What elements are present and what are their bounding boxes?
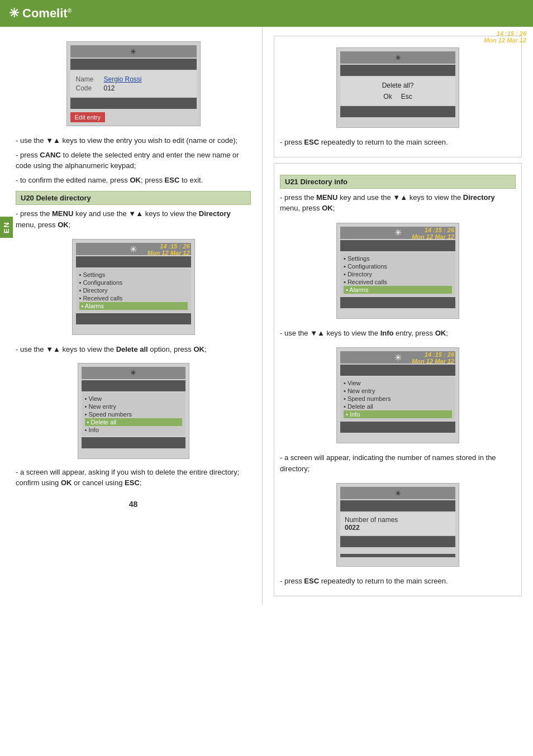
info-pad-2 [340, 557, 455, 563]
logo-icon: ✳ [9, 6, 19, 21]
edit-screen-dark-bar-2 [70, 98, 197, 109]
esc-button[interactable]: Esc [401, 93, 412, 101]
page-number: 48 [16, 500, 251, 509]
u21-section: U21 Directory info - press the MENU key … [274, 163, 522, 596]
u21-sub-date: Mon 12 Mar 12 [412, 358, 454, 365]
u21-bottom-pad [340, 308, 455, 315]
u21-submenu-wrapper: ✳ 14 :15 : 26 Mon 12 Mar 12 • View • New… [280, 342, 516, 449]
u21-star: ✳ [394, 227, 402, 238]
u20-instruction-2: - use the ▼▲ keys to view the Delete all… [16, 344, 251, 355]
code-label: Code [76, 84, 98, 92]
u20-menu-item-received: • Received calls [79, 294, 188, 302]
u21-sub-menu: • View • New entry • Speed numbers • Del… [340, 377, 455, 420]
info-star: ✳ [395, 489, 401, 497]
delete-dialog-dark-1 [340, 65, 455, 76]
edit-entry-button[interactable]: Edit entry [70, 110, 197, 122]
u21-menu: • Settings • Configurations • Directory … [340, 252, 455, 296]
name-value: Sergio Rossi [104, 75, 142, 83]
info-dark-2 [340, 536, 455, 547]
u20-menu-screen-wrapper: ✳ 14 :15 : 26 Mon 12 Mar 12 • Settings •… [16, 233, 251, 341]
u20-menu-item-configurations: • Configurations [79, 279, 188, 286]
side-tab: EN [0, 217, 13, 238]
star-icon: ✳ [130, 47, 136, 56]
main-content: EN ✳ Name Sergio Rossi Code 012 [0, 27, 533, 605]
u20-dark-bar-1 [76, 256, 191, 267]
u21-dark-bar-2 [340, 297, 455, 308]
u21-sub-info: • Info [344, 410, 452, 418]
u20-submenu-dark-1 [82, 380, 185, 391]
u20-submenu-menu: • View • New entry • Speed numbers • Del… [82, 393, 185, 436]
edit-screen-dark-bar-1 [70, 59, 197, 70]
delete-dialog-screen: ✳ Delete all? Ok Esc [336, 47, 459, 128]
u21-dark-bar-1 [340, 240, 455, 251]
u21-sub-star: ✳ [394, 352, 402, 363]
info-screen: ✳ 14 :15 : 26 Mon 12 Mar 12 Number of na… [336, 483, 459, 567]
info-number-value: 0022 [345, 524, 451, 532]
u21-menu-screen-wrapper: ✳ 14 :15 : 26 Mon 12 Mar 12 • Settings •… [280, 217, 516, 324]
u21-sub-pad [340, 433, 455, 439]
u21-sub-speed: • Speed numbers [344, 395, 452, 403]
instruction-3: - to confirm the edited name, press OK; … [16, 175, 251, 186]
u21-instruction-3: - a screen will appear, indicating the n… [280, 452, 516, 474]
u20-menu-top-bar: ✳ 14 :15 : 26 Mon 12 Mar 12 [76, 243, 191, 255]
u21-date: Mon 12 Mar 12 [412, 233, 454, 240]
u21-sub-view: • View [344, 379, 452, 387]
logo: ✳ Comelit® [9, 6, 72, 21]
u20-instruction-3: - a screen will appear, asking if you wi… [16, 467, 251, 489]
name-label: Name [76, 75, 98, 83]
delete-dialog-pad [340, 118, 455, 124]
u20-dark-bar-2 [76, 313, 191, 324]
u20-sub-info: • Info [85, 426, 182, 434]
u20-bottom-pad [76, 324, 191, 331]
u21-instruction-2: - use the ▼▲ keys to view the Info entry… [280, 328, 516, 339]
u20-time: 14 :15 : 26 [160, 243, 189, 250]
u21-received: • Received calls [344, 278, 452, 286]
edit-screen-wrapper: ✳ Name Sergio Rossi Code 012 Edit entry [16, 36, 251, 132]
delete-dialog-buttons: Ok Esc [349, 93, 446, 101]
u20-sub-view: • View [85, 395, 182, 403]
u20-submenu-dark-2 [82, 437, 185, 448]
logo-label: Comelit® [22, 6, 72, 21]
info-date: Mon 12 Mar 12 [484, 37, 526, 44]
u20-menu-item-alarms: • Alarms [79, 302, 188, 310]
u21-directory: • Directory [344, 270, 452, 278]
u21-settings: • Settings [344, 255, 452, 262]
code-row: Code 012 [76, 84, 191, 92]
u20-instruction-1: - press the MENU key and use the ▼▲ keys… [16, 208, 251, 230]
u21-sub-time: 14 :15 : 26 [425, 351, 454, 358]
u21-section-header: U21 Directory info [280, 175, 516, 189]
u21-time: 14 :15 : 26 [425, 227, 454, 233]
right-column: ✳ Delete all? Ok Esc - press ESC repeate… [263, 27, 533, 605]
instruction-2: - press CANC to delete the selected entr… [16, 150, 251, 171]
code-value: 012 [104, 84, 115, 92]
u21-sub-dark-1 [340, 365, 455, 376]
delete-dialog-star: ✳ [395, 54, 401, 62]
u20-sub-new: • New entry [85, 403, 182, 410]
u20-submenu-screen: ✳ • View • New entry • Speed numbers • D… [78, 363, 189, 459]
ok-button[interactable]: Ok [383, 93, 392, 101]
u21-menu-screen: ✳ 14 :15 : 26 Mon 12 Mar 12 • Settings •… [336, 223, 459, 319]
u21-menu-top-bar: ✳ 14 :15 : 26 Mon 12 Mar 12 [340, 227, 455, 239]
u21-submenu-screen: ✳ 14 :15 : 26 Mon 12 Mar 12 • View • New… [336, 347, 459, 443]
u20-date: Mon 12 Mar 12 [147, 250, 190, 256]
u21-alarms: • Alarms [344, 286, 452, 294]
delete-dialog-wrapper: ✳ Delete all? Ok Esc [280, 42, 516, 133]
instruction-1: - use the ▼▲ keys to view the entry you … [16, 135, 251, 146]
u21-sub-top: ✳ 14 :15 : 26 Mon 12 Mar 12 [340, 351, 455, 363]
edit-screen-content: Name Sergio Rossi Code 012 [70, 71, 197, 97]
delete-dialog-content: Delete all? Ok Esc [340, 77, 455, 105]
delete-dialog-text: Delete all? [349, 82, 446, 89]
delete-dialog-top: ✳ [340, 51, 455, 64]
info-pad [340, 548, 455, 554]
u20-submenu-top: ✳ [82, 367, 185, 379]
header: ✳ Comelit® [0, 0, 533, 27]
delete-dialog-dark-2 [340, 106, 455, 117]
u20-submenu-screen-wrapper: ✳ • View • New entry • Speed numbers • D… [16, 358, 251, 463]
u21-sub-delete: • Delete all [344, 403, 452, 410]
u21-configurations: • Configurations [344, 262, 452, 270]
info-number-label: Number of names [345, 516, 451, 524]
u20-submenu-star: ✳ [130, 369, 136, 377]
u20-star: ✳ [130, 244, 137, 255]
u20-menu-item-directory: • Directory [79, 286, 188, 294]
u21-sub-dark-2 [340, 422, 455, 433]
